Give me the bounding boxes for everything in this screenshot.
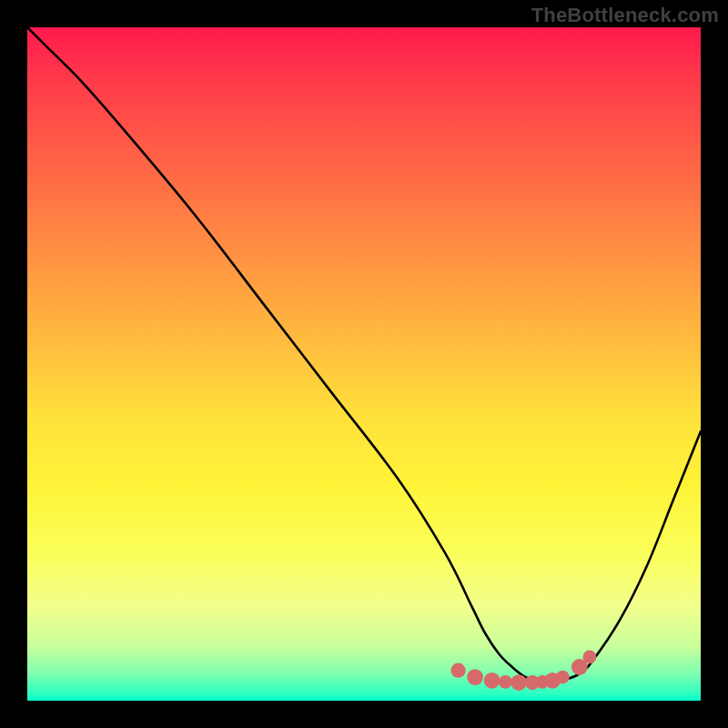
curve-layer	[27, 27, 701, 701]
watermark-text: TheBottleneck.com	[531, 4, 719, 27]
optimal-range-dot	[556, 671, 570, 684]
optimal-range-dot	[499, 675, 512, 689]
bottleneck-curve	[27, 27, 701, 681]
plot-area	[27, 27, 701, 701]
optimal-range-dot	[484, 672, 500, 689]
optimal-range-dot	[467, 669, 483, 685]
chart-frame: TheBottleneck.com	[0, 0, 728, 728]
optimal-range-dot	[450, 663, 465, 678]
optimal-range-dot	[511, 674, 527, 691]
optimal-range-dot	[583, 651, 597, 664]
optimal-range-marker-group	[450, 651, 596, 691]
